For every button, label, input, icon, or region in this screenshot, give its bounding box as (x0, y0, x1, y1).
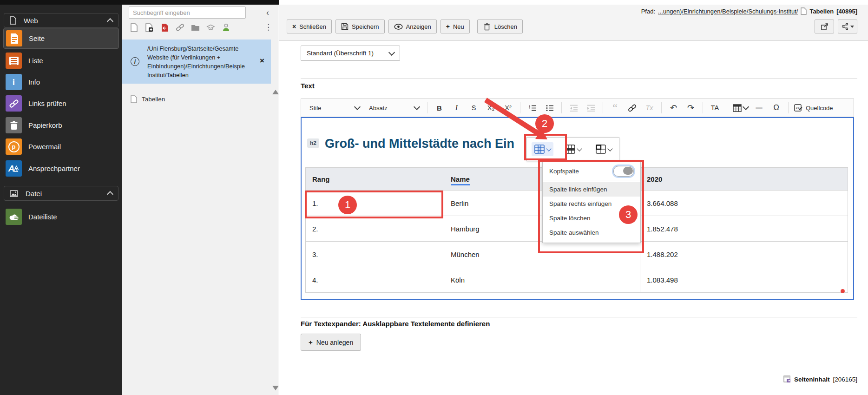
floppy-icon (341, 23, 349, 30)
type-select[interactable]: Standard (Überschrift 1) (301, 46, 400, 61)
table-cell[interactable]: 3.664.088 (640, 191, 848, 216)
sidebar-item-links-pruefen[interactable]: Links prüfen (3, 93, 119, 114)
divider (301, 78, 857, 79)
kebab-menu-icon[interactable]: ⋮ (264, 22, 272, 32)
column-header-2020[interactable]: 2020 (640, 168, 848, 191)
table-cell[interactable]: 1.852.478 (640, 216, 848, 242)
insert-table-button[interactable] (731, 101, 750, 114)
page-shortcut-icon[interactable] (145, 23, 154, 32)
share-icon (842, 23, 848, 30)
outdent-button[interactable] (566, 101, 581, 114)
paragraph-dropdown[interactable]: Absatz (365, 101, 423, 114)
breadcrumb-link[interactable]: ...ungen)/Einrichtungen/Beispiele/Schulu… (658, 8, 798, 15)
save-button[interactable]: Speichern (335, 20, 385, 33)
link-icon[interactable] (176, 23, 184, 32)
textexpander-heading: Für Textexpander: Ausklappbare Texteleme… (301, 320, 490, 328)
horizontal-rule-button[interactable]: — (751, 101, 767, 114)
delete-button[interactable]: Löschen (477, 20, 523, 33)
toolbar-separator (727, 102, 727, 113)
sidebar-item-papierkorb[interactable]: Papierkorb (3, 115, 119, 136)
toolbar-separator (661, 102, 662, 113)
sidebar-item-powermail[interactable]: p Powermail (3, 136, 119, 157)
table-cell[interactable]: 4. (306, 267, 444, 293)
user-icon[interactable] (222, 23, 230, 32)
open-in-new-window-button[interactable] (815, 20, 834, 33)
remove-format-button[interactable]: Tx (642, 101, 657, 114)
h2-tag-badge: h2 (307, 138, 319, 148)
folder-icon[interactable] (191, 23, 200, 32)
annotation-step-3: 3 (619, 205, 638, 224)
undo-button[interactable]: ↶ (666, 101, 681, 114)
italic-button[interactable]: I (449, 101, 464, 114)
toolbar-separator (603, 102, 603, 113)
cell-menu-button[interactable] (593, 142, 615, 156)
view-button[interactable]: Anzeigen (388, 20, 437, 33)
sidebar-group-label: Web (24, 17, 100, 25)
selected-page-path: /Uni Flensburg/Startseite/Gesamte Websit… (147, 44, 258, 79)
bold-button[interactable]: B (432, 101, 447, 114)
table-cell[interactable]: 2. (306, 216, 444, 242)
typo3-backend: Web Seite Liste i Info Links prüfen Papi… (0, 0, 868, 395)
table-cell[interactable]: 1.083.498 (640, 267, 848, 293)
doc-header: Pfad: ...ungen)/Einrichtungen/Beispiele/… (279, 5, 868, 41)
link-icon (628, 104, 637, 112)
chevron-up-icon (107, 191, 113, 198)
column-header-rang[interactable]: Rang (306, 168, 444, 191)
share-button[interactable] (838, 20, 857, 33)
filelist-icon (6, 209, 22, 225)
record-title: Tabellen (809, 8, 834, 15)
redo-button[interactable]: ↷ (683, 101, 698, 114)
close-button[interactable]: ×Schließen (287, 20, 332, 33)
create-new-button[interactable]: + Neu anlegen (301, 334, 361, 351)
ta-button[interactable]: TA (707, 101, 723, 114)
page-icon (131, 95, 137, 103)
table-cell[interactable]: Köln (444, 267, 640, 293)
sidebar-item-label: Dateiliste (28, 213, 57, 221)
sidebar-item-dateiliste[interactable]: Dateiliste (3, 206, 119, 227)
caret-down-icon (850, 26, 854, 28)
sidebar-item-liste[interactable]: Liste (3, 50, 119, 71)
recycled-page-icon[interactable] (160, 23, 169, 32)
sidebar-item-ansprechpartner[interactable]: A Ansprechpartner (3, 158, 119, 179)
sidebar-item-label: Seite (29, 34, 45, 42)
styles-dropdown[interactable]: Stile (306, 101, 363, 114)
indent-button[interactable] (583, 101, 598, 114)
selected-page-info: i /Uni Flensburg/Startseite/Gesamte Webs… (122, 40, 271, 84)
source-code-button[interactable]: <>Quellcode (793, 101, 835, 114)
sidebar-group-web[interactable]: Web (4, 13, 118, 28)
toolbar-separator (427, 102, 427, 113)
link-button[interactable] (625, 101, 640, 114)
rte-toolbar: Stile Absatz B I S X₂ X² 12 “ Tx ↶ (301, 99, 854, 117)
sidebar-group-label: Datei (26, 190, 100, 198)
sidebar-item-info[interactable]: i Info (3, 72, 119, 92)
source-code-icon: <> (794, 104, 803, 112)
scroll-down-arrow[interactable] (272, 386, 279, 390)
outdent-icon (570, 104, 578, 112)
chevron-down-icon (388, 49, 395, 55)
table-row: 4. Köln 1.083.498 (306, 267, 848, 293)
close-icon[interactable]: × (260, 56, 264, 66)
doc-header-buttons: ×Schließen Speichern Anzeigen +Neu Lösch… (287, 20, 523, 33)
toolbar-separator (703, 102, 703, 113)
scroll-up-arrow[interactable] (272, 90, 279, 94)
info-circle-icon: i (131, 57, 139, 66)
resize-handle[interactable] (841, 289, 845, 293)
sidebar-group-datei[interactable]: Datei (4, 186, 118, 201)
special-character-button[interactable]: Ω (769, 101, 784, 114)
table-icon (733, 104, 742, 112)
annotation-step-1: 1 (338, 196, 357, 214)
link-check-icon (6, 95, 22, 112)
eye-icon (394, 24, 403, 30)
annotation-box-1 (305, 191, 443, 218)
table-cell[interactable]: 3. (306, 242, 444, 267)
new-button[interactable]: +Neu (441, 20, 470, 33)
table-cell[interactable]: 1.488.202 (640, 242, 848, 267)
sidebar-item-seite[interactable]: Seite (3, 28, 119, 49)
chevron-down-icon (743, 104, 749, 110)
new-page-icon[interactable] (130, 23, 138, 32)
search-input[interactable] (129, 7, 246, 19)
blockquote-button[interactable]: “ (607, 101, 623, 114)
tree-node-tabellen[interactable]: Tabellen (131, 95, 165, 103)
collapse-panel-button[interactable]: ‹ (262, 7, 274, 19)
graduation-cap-icon[interactable] (206, 23, 215, 32)
